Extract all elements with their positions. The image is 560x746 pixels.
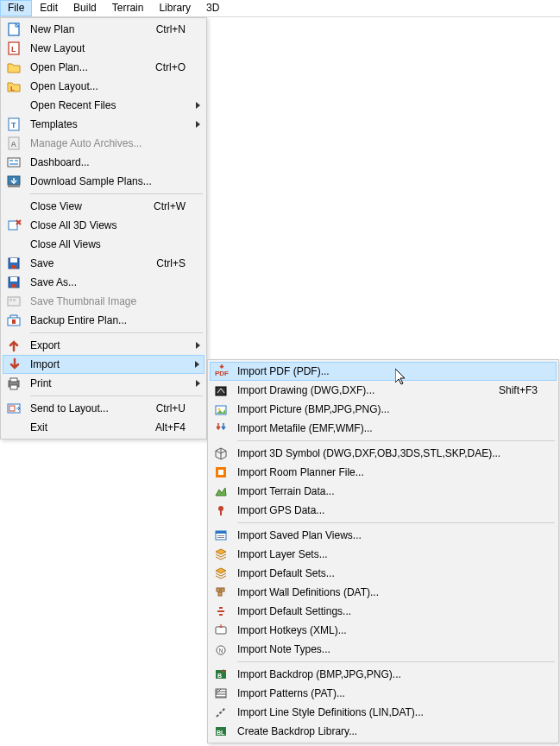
importMenu-import-line-style-definitions-lin-dat[interactable]: Import Line Style Definitions (LIN,DAT).… (210, 703, 557, 722)
importMenu-import-gps-data[interactable]: Import GPS Data... (210, 501, 557, 520)
importMenu-import-hotkeys-xml[interactable]: Import Hotkeys (XML)... (210, 621, 557, 640)
blank-icon (3, 96, 25, 115)
importMenu-import-picture-bmp-jpg-png[interactable]: Import Picture (BMP,JPG,PNG)... (210, 400, 557, 419)
menu-item-label: Import Saved Plan Views... (232, 529, 544, 541)
menu-item-label: Save Thumbnail Image (25, 295, 192, 307)
imp-layers-icon (210, 545, 232, 564)
importMenu-import-terrain-data[interactable]: Import Terrain Data... (210, 482, 557, 501)
menu-item-label: Open Plan... (25, 61, 155, 73)
importMenu-import-default-settings[interactable]: Import Default Settings... (210, 602, 557, 621)
importMenu-import-wall-definitions-dat[interactable]: Import Wall Definitions (DAT)... (210, 583, 557, 602)
fileMenu-download-sample-plans[interactable]: Download Sample Plans... (3, 172, 204, 191)
imp-meta-icon (210, 419, 232, 438)
menu-item-shortcut: Ctrl+U (156, 402, 192, 414)
fileMenu-close-all-views[interactable]: Close All Views (3, 235, 204, 254)
menu-item-label: Close All Views (25, 238, 192, 250)
fileMenu-close-all-3d-views[interactable]: Close All 3D Views (3, 216, 204, 235)
menu-item-label: Import Room Planner File... (232, 466, 544, 478)
menu-item-label: Import Patterns (PAT)... (232, 687, 544, 699)
menubar-build[interactable]: Build (66, 0, 104, 16)
fileMenu-save[interactable]: SaveCtrl+S (3, 254, 204, 273)
menubar-edit[interactable]: Edit (32, 0, 66, 16)
importMenu-import-metafile-emf-wmf[interactable]: Import Metafile (EMF,WMF)... (210, 419, 557, 438)
menu-item-label: Import Wall Definitions (DAT)... (232, 586, 544, 598)
importMenu-import-pdf-pdf[interactable]: Import PDF (PDF)... (210, 362, 557, 381)
menu-item-label: Import (25, 358, 192, 370)
menu-item-label: Exit (25, 421, 155, 433)
menu-item-shortcut: Ctrl+S (156, 257, 192, 269)
menu-item-shortcut: Alt+F4 (155, 421, 192, 433)
menu-item-label: Export (25, 339, 192, 351)
menu-item-label: Import Terrain Data... (232, 485, 544, 497)
fileMenu-close-view[interactable]: Close ViewCtrl+W (3, 197, 204, 216)
save-icon (3, 254, 25, 273)
menu-item-label: Templates (25, 118, 192, 130)
importMenu-create-backdrop-library[interactable]: Create Backdrop Library... (210, 722, 557, 741)
import-submenu: Import PDF (PDF)...Import Drawing (DWG,D… (207, 359, 559, 743)
menu-item-label: Manage Auto Archives... (25, 137, 192, 149)
fileMenu-open-plan[interactable]: Open Plan...Ctrl+O (3, 58, 204, 77)
importMenu-import-layer-sets[interactable]: Import Layer Sets... (210, 545, 557, 564)
imp-backdroplib-icon (210, 722, 232, 741)
menu-item-label: Import Default Settings... (232, 605, 544, 617)
importMenu-import-room-planner-file[interactable]: Import Room Planner File... (210, 463, 557, 482)
menu-item-label: Close All 3D Views (25, 219, 192, 231)
new-layout-icon (3, 39, 25, 58)
fileMenu-new-layout[interactable]: New Layout (3, 39, 204, 58)
imp-views-icon (210, 526, 232, 545)
importMenu-import-drawing-dwg-dxf[interactable]: Import Drawing (DWG,DXF)...Shift+F3 (210, 381, 557, 400)
fileMenu-send-to-layout[interactable]: Send to Layout...Ctrl+U (3, 399, 204, 418)
menu-item-label: Backup Entire Plan... (25, 314, 192, 326)
menubar-terrain[interactable]: Terrain (104, 0, 152, 16)
importMenu-import-saved-plan-views[interactable]: Import Saved Plan Views... (210, 526, 557, 545)
menu-item-label: Download Sample Plans... (25, 175, 192, 187)
fileMenu-new-plan[interactable]: New PlanCtrl+N (3, 20, 204, 39)
menu-item-label: Import Line Style Definitions (LIN,DAT).… (232, 706, 544, 718)
menubar-library[interactable]: Library (151, 0, 198, 16)
new-plan-icon (3, 20, 25, 39)
menu-item-label: Close View (25, 200, 154, 212)
fileMenu-export[interactable]: Export (3, 336, 204, 355)
imp-pdf-icon (211, 362, 232, 381)
fileMenu-import[interactable]: Import (3, 355, 204, 374)
fileMenu-save-as[interactable]: Save As... (3, 273, 204, 292)
menu-item-label: Import Picture (BMP,JPG,PNG)... (232, 403, 544, 415)
fileMenu-open-recent-files[interactable]: Open Recent Files (3, 96, 204, 115)
submenu-arrow-icon (192, 361, 204, 368)
open-plan-icon (3, 58, 25, 77)
menu-item-label: Open Layout... (25, 80, 192, 92)
fileMenu-templates[interactable]: Templates (3, 115, 204, 134)
menu-item-label: Import Default Sets... (232, 567, 544, 579)
submenu-arrow-icon (192, 380, 204, 387)
fileMenu-print[interactable]: Print (3, 374, 204, 393)
fileMenu-backup-entire-plan[interactable]: Backup Entire Plan... (3, 311, 204, 330)
importMenu-import-backdrop-bmp-jpg-png[interactable]: Import Backdrop (BMP,JPG,PNG)... (210, 665, 557, 684)
menu-item-label: Open Recent Files (25, 99, 192, 111)
menu-item-label: Import Hotkeys (XML)... (232, 624, 544, 636)
download-icon (3, 172, 25, 191)
fileMenu-dashboard[interactable]: Dashboard... (3, 153, 204, 172)
sendlayout-icon (3, 399, 25, 418)
importMenu-import-patterns-pat[interactable]: Import Patterns (PAT)... (210, 684, 557, 703)
menu-item-shortcut: Ctrl+O (155, 61, 192, 73)
menu-separator (30, 395, 203, 396)
menubar-3d[interactable]: 3D (198, 0, 227, 16)
menu-item-label: Send to Layout... (25, 402, 156, 414)
importMenu-import-note-types[interactable]: Import Note Types... (210, 640, 557, 659)
menu-item-label: Import Note Types... (232, 643, 544, 655)
blank-icon (3, 418, 25, 437)
menu-item-label: Print (25, 377, 192, 389)
menu-item-label: Import PDF (PDF)... (232, 365, 544, 377)
thumb-icon (3, 292, 25, 311)
importMenu-import-default-sets[interactable]: Import Default Sets... (210, 564, 557, 583)
import-icon (3, 355, 25, 374)
importMenu-import-3d-symbol-dwg-dxf-obj-3ds-stl-skp-dae[interactable]: Import 3D Symbol (DWG,DXF,OBJ,3DS,STL,SK… (210, 444, 557, 463)
dashboard-icon (3, 153, 25, 172)
menu-separator (30, 193, 203, 194)
menu-item-label: Create Backdrop Library... (232, 725, 544, 737)
menubar-file[interactable]: File (0, 0, 32, 16)
fileMenu-open-layout[interactable]: Open Layout... (3, 77, 204, 96)
menubar: FileEditBuildTerrainLibrary3D (0, 0, 560, 17)
fileMenu-exit[interactable]: ExitAlt+F4 (3, 418, 204, 437)
imp-backdrop-icon (210, 665, 232, 684)
